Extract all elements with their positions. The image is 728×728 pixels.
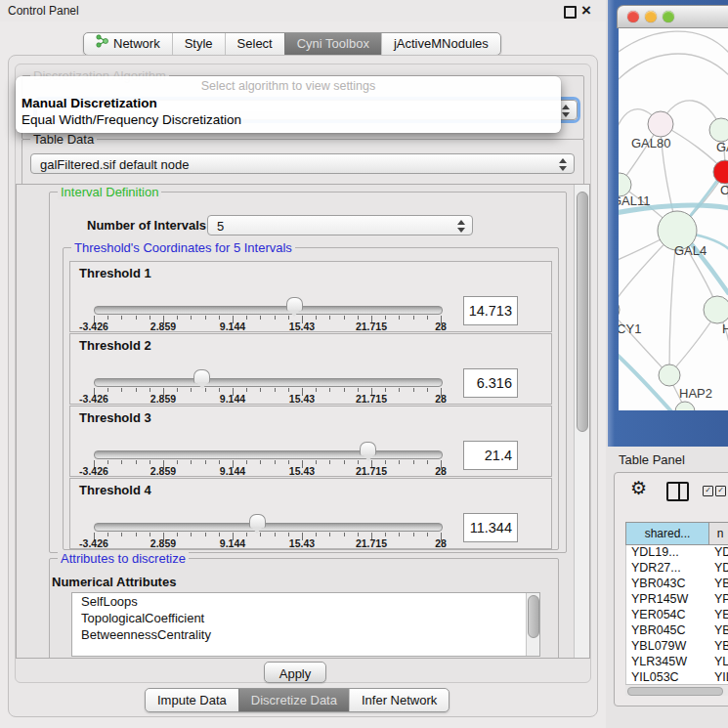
column-header-n[interactable]: n	[709, 523, 728, 544]
settings-gear-icon[interactable]: ⚙	[630, 479, 647, 497]
number-of-intervals-spinner[interactable]: 5	[207, 215, 473, 236]
tab-style[interactable]: Style	[172, 33, 225, 55]
number-of-intervals-value: 5	[217, 219, 224, 234]
threshold-2-slider-track[interactable]	[94, 378, 443, 387]
vertical-scrollbar[interactable]	[574, 185, 589, 658]
tick-mark	[121, 388, 122, 392]
settings-scrollpane: Interval Definition Number of Intervals …	[16, 184, 590, 659]
close-icon[interactable]: ×	[581, 1, 591, 21]
table-row[interactable]: YLR345WYLR3	[626, 655, 728, 670]
tab-impute-data[interactable]: Impute Data	[146, 689, 238, 711]
tick-label: 21.715	[356, 537, 387, 549]
table-row[interactable]: YBR043CYBR0	[626, 577, 728, 592]
tick-mark	[413, 316, 414, 320]
tick-mark	[385, 316, 386, 320]
tick-mark	[427, 533, 428, 536]
threshold-row-threshold-2: Threshold 2-3.4262.8599.14415.4321.71528…	[69, 333, 552, 405]
threshold-3-slider-handle[interactable]	[360, 442, 376, 455]
tick-label: 28	[435, 537, 447, 549]
number-of-intervals-label: Number of Intervals	[87, 218, 206, 233]
tick-mark	[136, 533, 137, 536]
table-cell: YLR345W	[626, 655, 709, 670]
table-row[interactable]: YDR27...YDR2	[626, 561, 728, 577]
threshold-1-value-field[interactable]: 14.713	[463, 296, 518, 325]
tab-select[interactable]: Select	[225, 33, 284, 55]
threshold-2-label: Threshold 2	[79, 338, 151, 353]
checkbox-icon[interactable]: ✓	[715, 486, 726, 496]
threshold-2-slider-handle[interactable]	[193, 369, 210, 383]
tab-discretize-data[interactable]: Discretize Data	[238, 689, 349, 711]
table-header-row: shared...n	[625, 522, 728, 545]
column-header-shared[interactable]: shared...	[626, 523, 709, 544]
table-row[interactable]: YDL19...YDL1	[626, 545, 728, 561]
vertical-scrollbar-thumb[interactable]	[577, 192, 588, 432]
threshold-4-slider-track[interactable]	[94, 523, 443, 532]
network-node-ga[interactable]	[709, 118, 728, 142]
tick-mark	[136, 388, 137, 392]
table-cell: YDR27...	[626, 561, 709, 577]
tick-label: 28	[435, 465, 447, 477]
network-node-gcy1[interactable]	[619, 299, 620, 321]
tick-mark	[329, 533, 330, 536]
node-table: shared...n YDL19...YDL1YDR27...YDR2YBR04…	[625, 522, 728, 706]
network-canvas[interactable]: GAL80GACGAL11GAL4GCY1HHAP2	[619, 28, 728, 410]
table-data-selected: galFiltered.sif default node	[40, 157, 189, 172]
table-cell: YER0	[709, 608, 728, 623]
threshold-3-value-field[interactable]: 21.4	[463, 441, 518, 470]
threshold-4-slider-handle[interactable]	[249, 514, 266, 528]
tick-label: 2.859	[150, 321, 176, 332]
checkbox-icon[interactable]: ✓	[703, 486, 713, 496]
interval-definition-group: Interval Definition Number of Intervals …	[49, 192, 567, 553]
horizontal-scrollbar-thumb[interactable]	[627, 687, 723, 696]
tick-mark	[260, 460, 261, 464]
table-row[interactable]: YPR145WYPR1	[626, 592, 728, 608]
threshold-2-value-field[interactable]: 6.316	[463, 368, 518, 398]
tick-mark	[177, 460, 178, 464]
threshold-row-threshold-3: Threshold 3-3.4262.8599.14415.4321.71528…	[69, 406, 552, 477]
network-node-h[interactable]	[704, 296, 728, 323]
table-data-combo[interactable]: galFiltered.sif default node	[30, 153, 575, 174]
tick-mark	[107, 533, 108, 536]
combo-stepper-icon	[562, 105, 570, 117]
tick-label: 15.43	[289, 537, 315, 549]
split-columns-icon[interactable]	[666, 482, 689, 501]
attribute-item-topologicalcoefficient[interactable]: TopologicalCoefficient	[72, 610, 539, 626]
threshold-4-value-field[interactable]: 11.344	[463, 513, 518, 542]
apply-button[interactable]: Apply	[264, 662, 326, 683]
window-zoom-traffic-icon[interactable]	[663, 11, 674, 22]
table-row[interactable]: YBL079WYBL0	[626, 639, 728, 655]
attribute-item-betweennesscentrality[interactable]: BetweennessCentrality	[72, 626, 539, 643]
network-node-hap2[interactable]	[659, 364, 680, 386]
table-row[interactable]: YBR045CYBR0	[626, 623, 728, 639]
tick-mark	[219, 533, 220, 536]
threshold-3-slider-track[interactable]	[94, 450, 443, 459]
table-row[interactable]: YER054CYER0	[626, 608, 728, 623]
tab-cyni-toolbox[interactable]: Cyni Toolbox	[284, 33, 381, 55]
tick-mark	[288, 533, 289, 536]
tab-network-label: Network	[113, 33, 160, 55]
tick-mark	[136, 316, 137, 320]
tab-infer-network[interactable]: Infer Network	[349, 689, 449, 711]
attribute-item-selfloops[interactable]: SelfLoops	[72, 593, 539, 610]
tab-jactivemnodules[interactable]: jActiveMNodules	[381, 33, 500, 55]
network-node-gal80[interactable]	[648, 111, 673, 137]
popup-item-equal-width-frequency-discretization[interactable]: Equal Width/Frequency Discretization	[21, 112, 241, 127]
popup-item-manual-discretization[interactable]: Manual Discretization	[21, 96, 157, 110]
window-minimize-traffic-icon[interactable]	[645, 11, 657, 22]
threshold-1-slider-handle[interactable]	[286, 297, 303, 311]
tick-mark	[121, 533, 122, 536]
window-close-traffic-icon[interactable]	[627, 11, 639, 22]
threshold-1-slider-track[interactable]	[94, 306, 443, 315]
attributes-scrollbar-thumb[interactable]	[528, 595, 539, 638]
interval-definition-title: Interval Definition	[58, 185, 161, 199]
tick-mark	[121, 460, 122, 464]
horizontal-scrollbar[interactable]	[625, 684, 728, 696]
tick-label: 9.144	[220, 537, 245, 549]
float-icon[interactable]	[564, 6, 577, 19]
network-node-red-node[interactable]	[713, 160, 728, 184]
tick-mark	[205, 388, 206, 392]
tab-network[interactable]: Network	[84, 33, 172, 55]
tab-discretize-data-label: Discretize Data	[251, 690, 337, 711]
network-node-bottom-node[interactable]	[675, 402, 695, 410]
attributes-scrollbar[interactable]	[526, 593, 539, 656]
